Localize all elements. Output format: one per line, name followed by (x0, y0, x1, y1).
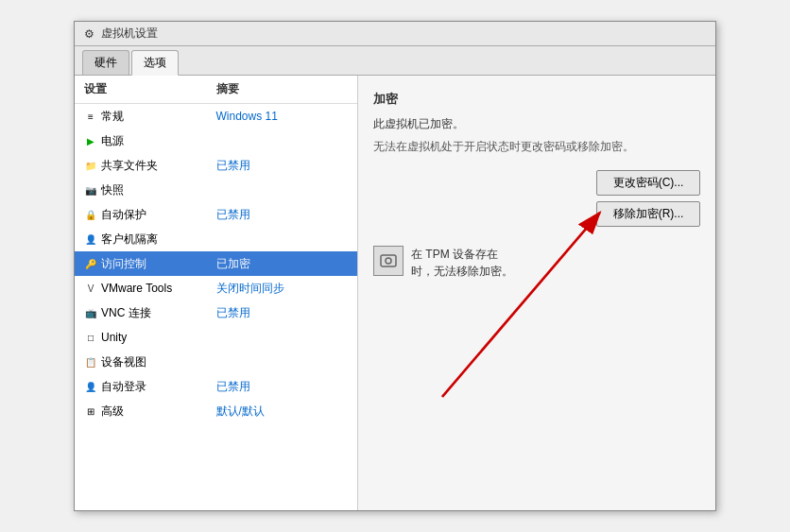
svg-point-1 (386, 258, 391, 264)
svg-line-3 (442, 213, 600, 397)
guest-isolation-label: 客户机隔离 (101, 232, 158, 248)
tpm-icon (373, 246, 404, 276)
list-item-general[interactable]: ≡常规Windows 11 (75, 104, 357, 129)
tab-hardware[interactable]: 硬件 (82, 50, 129, 75)
settings-list: 设置 摘要 ≡常规Windows 11▶电源📁共享文件夹已禁用📷快照🔒自动保护已… (75, 76, 358, 510)
col-setting: 设置 (84, 81, 216, 97)
main-window: ⚙ 虚拟机设置 硬件 选项 设置 摘要 ≡常规Windows 11▶电源📁共享文… (74, 21, 716, 511)
auto-login-label: 自动登录 (101, 379, 146, 395)
list-item-auto-login[interactable]: 👤自动登录已禁用 (75, 374, 357, 399)
list-item-unity[interactable]: □Unity (75, 325, 357, 350)
list-item-snapshot[interactable]: 📷快照 (75, 178, 357, 202)
advanced-label: 高级 (101, 403, 124, 420)
list-item-guest-isolation[interactable]: 👤客户机隔离 (75, 227, 357, 251)
vnc-label: VNC 连接 (101, 305, 151, 321)
vmware-tools-label: VMware Tools (101, 282, 172, 295)
title-bar: ⚙ 虚拟机设置 (75, 22, 715, 46)
shared-folders-summary: 已禁用 (216, 158, 349, 174)
list-item-vmware-tools[interactable]: VVMware Tools关闭时间同步 (75, 276, 357, 300)
list-item-device-view[interactable]: 📋设备视图 (75, 350, 357, 374)
list-header: 设置 摘要 (75, 76, 357, 104)
list-item-vnc[interactable]: 📺VNC 连接已禁用 (75, 300, 357, 325)
tab-options[interactable]: 选项 (131, 50, 179, 76)
window-title: 虚拟机设置 (101, 26, 158, 42)
access-control-summary: 已加密 (216, 256, 349, 272)
access-control-icon: 🔑 (84, 257, 97, 270)
vmware-tools-summary: 关闭时间同步 (216, 281, 349, 297)
list-item-access-control[interactable]: 🔑访问控制已加密 (75, 251, 357, 276)
list-item-advanced[interactable]: ⊞高级默认/默认 (75, 399, 357, 423)
remove-encryption-button[interactable]: 移除加密(R)... (596, 201, 700, 227)
unity-label: Unity (101, 331, 127, 344)
shared-folders-icon: 📁 (84, 159, 97, 172)
general-icon: ≡ (84, 110, 97, 123)
vnc-summary: 已禁用 (216, 305, 349, 321)
general-summary: Windows 11 (216, 110, 349, 123)
snapshot-icon: 📷 (84, 183, 97, 197)
content-area: 设置 摘要 ≡常规Windows 11▶电源📁共享文件夹已禁用📷快照🔒自动保护已… (75, 76, 715, 510)
right-panel: 加密 此虚拟机已加密。 无法在虚拟机处于开启状态时更改密码或移除加密。 更改密码… (358, 76, 715, 510)
device-view-label: 设备视图 (101, 354, 146, 370)
vnc-icon: 📺 (84, 306, 97, 319)
vmware-tools-icon: V (84, 282, 97, 295)
device-view-icon: 📋 (84, 355, 97, 369)
guest-isolation-icon: 👤 (84, 232, 97, 246)
access-control-label: 访问控制 (101, 256, 146, 272)
list-item-auto-protect[interactable]: 🔒自动保护已禁用 (75, 202, 357, 227)
advanced-icon: ⊞ (84, 404, 97, 418)
list-item-power[interactable]: ▶电源 (75, 129, 357, 153)
list-item-shared-folders[interactable]: 📁共享文件夹已禁用 (75, 153, 357, 178)
tab-bar: 硬件 选项 (75, 46, 715, 76)
auto-protect-icon: 🔒 (84, 208, 97, 221)
section-title: 加密 (373, 91, 700, 108)
auto-login-summary: 已禁用 (216, 379, 349, 395)
section-desc: 此虚拟机已加密。 (373, 115, 700, 132)
general-label: 常规 (101, 109, 124, 125)
shared-folders-label: 共享文件夹 (101, 158, 158, 174)
section-note: 无法在虚拟机处于开启状态时更改密码或移除加密。 (373, 138, 700, 155)
tpm-text: 在 TPM 设备存在 时，无法移除加密。 (411, 246, 513, 280)
change-password-button[interactable]: 更改密码(C)... (596, 170, 700, 196)
auto-login-icon: 👤 (84, 380, 97, 393)
advanced-summary: 默认/默认 (216, 403, 349, 420)
power-label: 电源 (101, 133, 124, 149)
col-summary: 摘要 (216, 81, 349, 97)
auto-protect-summary: 已禁用 (216, 207, 349, 223)
auto-protect-label: 自动保护 (101, 207, 146, 223)
unity-icon: □ (84, 331, 97, 344)
title-icon: ⚙ (82, 27, 95, 41)
svg-rect-0 (381, 255, 396, 266)
power-icon: ▶ (84, 134, 97, 147)
snapshot-label: 快照 (101, 182, 124, 198)
tpm-info: 在 TPM 设备存在 时，无法移除加密。 (373, 246, 700, 280)
button-row: 更改密码(C)... 移除加密(R)... (373, 170, 700, 227)
